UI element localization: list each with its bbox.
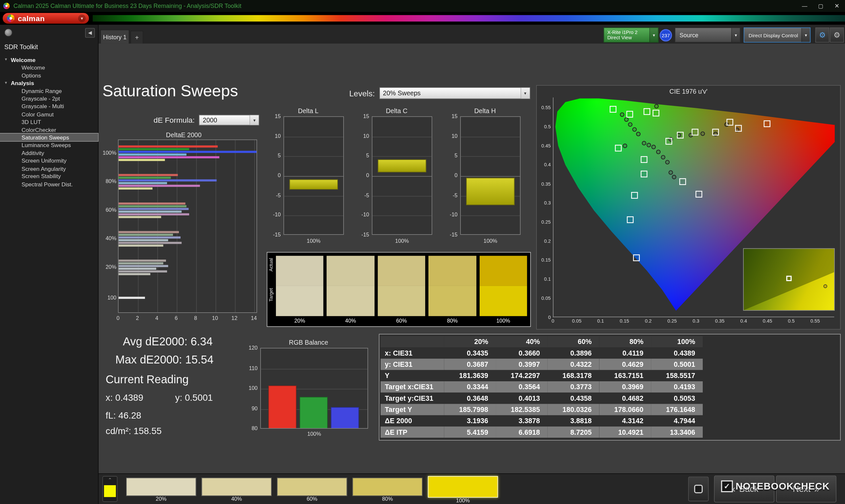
patch-buttons: 20%40%60%80%100%: [126, 476, 498, 503]
sidebar-item-spectral-power-dist[interactable]: Spectral Power Dist.: [0, 180, 98, 188]
sidebar-item-color-gamut[interactable]: Color Gamut: [0, 110, 98, 118]
patch-button-60[interactable]: 60%: [277, 476, 347, 503]
sidebar-item-screen-angularity[interactable]: Screen Angularity: [0, 165, 98, 173]
axis-tick-label: 0.55: [541, 105, 551, 110]
settings-button[interactable]: ⚙: [815, 28, 829, 42]
axis-tick-label: -10: [362, 212, 369, 218]
expander-icon[interactable]: ▾: [5, 56, 7, 63]
reading-y: y: 0.5001: [175, 393, 213, 403]
patch-preview-button[interactable]: ⌃: [102, 476, 118, 502]
axis-tick-label: 10: [363, 133, 369, 139]
row-label: ΔE ITP: [381, 427, 444, 438]
results-table: 20%40%60%80%100%x: CIE310.34350.36600.38…: [381, 336, 703, 438]
deltae-bar: [119, 182, 167, 184]
deltae-bar: [119, 187, 153, 190]
patch-button-40[interactable]: 40%: [202, 476, 272, 503]
close-button[interactable]: ✕: [829, 0, 845, 12]
tree-section-welcome[interactable]: ▾Welcome: [0, 56, 98, 64]
axis-tick-label: 80%: [106, 178, 117, 184]
cell-value: 0.4119: [599, 347, 651, 359]
patch-button-80[interactable]: 80%: [353, 476, 423, 503]
maximize-button[interactable]: ▢: [813, 0, 829, 12]
rgb-xaxis-label: 100%: [261, 431, 368, 437]
patch-button-20[interactable]: 20%: [126, 476, 196, 503]
chevron-down-icon: ▼: [802, 28, 810, 42]
de-formula-dropdown[interactable]: 2000 ▼: [199, 115, 260, 126]
sidebar-collapse-button[interactable]: ◀: [85, 28, 95, 38]
delta-ylabels: 151050-5-10-15: [269, 116, 282, 235]
gridline: [177, 140, 178, 312]
meter-dropdown[interactable]: X-Rite i1Pro 2 Direct View ▼: [604, 28, 659, 42]
de-formula-value: 2000: [203, 116, 217, 124]
sidebar-item-additivity[interactable]: Additivity: [0, 149, 98, 157]
chart-title: Delta C: [358, 107, 435, 115]
sidebar-item-screen-uniformity[interactable]: Screen Uniformity: [0, 157, 98, 165]
sidebar-header: ◀: [0, 25, 98, 41]
cell-value: 0.3969: [599, 381, 651, 393]
swatch-actual: [276, 256, 323, 286]
patch-swatch: [126, 478, 196, 496]
sidebar-item-saturation-sweeps[interactable]: Saturation Sweeps: [0, 133, 98, 142]
axis-tick-label: 0.35: [541, 181, 551, 186]
sidebar-item-colorchecker[interactable]: ColorChecker: [0, 126, 98, 133]
reading-x: x: 0.4389: [106, 393, 143, 403]
chart-title: DeltaE 2000: [105, 131, 262, 140]
axis-tick-label: 6: [171, 315, 181, 321]
axis-tick-label: 0.25: [541, 219, 551, 224]
sidebar-item-welcome[interactable]: Welcome: [0, 64, 98, 72]
gridline: [461, 137, 520, 137]
sidebar-item-grayscale-multi[interactable]: Grayscale - Multi: [0, 103, 98, 110]
sidebar-item-3d-lut[interactable]: 3D LUT: [0, 118, 98, 126]
rgb-ylabels: 1201101009080: [245, 348, 259, 429]
measured-point: [642, 141, 646, 145]
preferences-button[interactable]: ⚙: [830, 28, 844, 42]
sidebar-item-options[interactable]: Options: [0, 72, 98, 79]
patch-label: 40%: [202, 496, 272, 503]
deltae-bar: [119, 268, 156, 270]
table-row-target-y-cie31: Target y:CIE310.36480.40130.43580.46820.…: [381, 393, 703, 404]
swatch-label: 20%: [276, 316, 323, 325]
table-header-100: 100%: [651, 336, 703, 347]
cie-chart: CIE 1976 u'v' 00.050.10.150.20.250.30.35…: [536, 85, 840, 329]
workflow-icon[interactable]: [4, 29, 12, 37]
source-dropdown[interactable]: Source ▼: [675, 28, 740, 42]
axis-tick-label: 10: [210, 315, 220, 321]
next-button[interactable]: Next »: [776, 475, 837, 503]
cell-value: 4.7944: [651, 415, 703, 427]
delta-ylabels: 151050-5-10-15: [358, 116, 371, 235]
sidebar-item-screen-stability[interactable]: Screen Stability: [0, 173, 98, 180]
tab-history-1[interactable]: History 1: [100, 30, 129, 43]
axis-tick-label: 0.05: [541, 295, 551, 301]
sidebar-item-grayscale-2pt[interactable]: Grayscale - 2pt: [0, 95, 98, 103]
levels-dropdown[interactable]: 20% Sweeps ▼: [379, 87, 530, 99]
cell-value: 0.4322: [548, 359, 599, 370]
measured-point: [672, 175, 676, 179]
sidebar-item-luminance-sweeps[interactable]: Luminance Sweeps: [0, 142, 98, 149]
add-tab-button[interactable]: +: [130, 31, 143, 43]
stop-icon: [694, 485, 703, 493]
page-title: Saturation Sweeps: [102, 82, 238, 100]
gridline: [372, 137, 432, 137]
meter-status-badge[interactable]: 237: [659, 29, 672, 41]
gridline: [461, 156, 520, 157]
sidebar-item-dynamic-range[interactable]: Dynamic Range: [0, 87, 98, 95]
tree-section-analysis[interactable]: ▾Analysis: [0, 79, 98, 87]
measured-point: [701, 132, 704, 135]
chevron-right-icon: »: [814, 483, 820, 494]
expander-icon[interactable]: ▾: [5, 80, 7, 86]
stop-button[interactable]: [688, 476, 709, 501]
axis-tick-label: 120: [249, 345, 258, 350]
row-label: x: CIE31: [381, 347, 444, 359]
display-control-dropdown[interactable]: Direct Display Control ▼: [744, 28, 810, 42]
chevron-left-icon: «: [730, 483, 735, 494]
inset-measured-marker: [823, 284, 827, 288]
patch-button-100[interactable]: 100%: [428, 476, 498, 503]
patch-swatch: [353, 478, 423, 496]
gridline: [372, 156, 432, 157]
calman-menu-button[interactable]: calman ▼: [3, 13, 89, 24]
axis-tick-label: 0.25: [666, 318, 679, 324]
minimize-button[interactable]: —: [796, 0, 813, 12]
patch-label: 100%: [428, 498, 498, 504]
current-patch-swatch: [104, 485, 116, 497]
back-button[interactable]: « Back: [714, 475, 774, 503]
